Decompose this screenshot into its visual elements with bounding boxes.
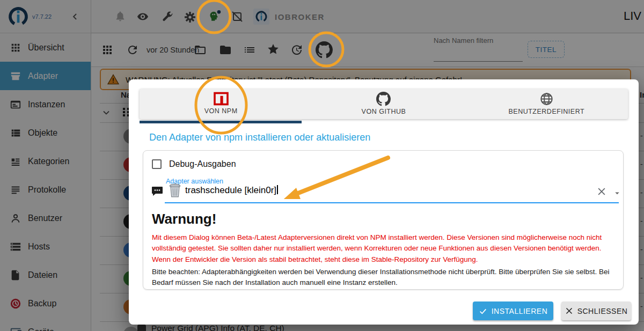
iobroker-admin-screen: v7.7.22 Übersicht Adapter Instanzen Obje…	[0, 0, 644, 331]
install-button-label: INSTALLIEREN	[492, 307, 548, 315]
adapter-select-input[interactable]: trashschedule [klein0r]	[185, 185, 278, 196]
comment-bubble-icon	[151, 185, 164, 198]
tab-label: BENUTZERDEFINIERT	[509, 108, 585, 115]
close-button[interactable]: SCHLIESSEN	[561, 301, 631, 320]
tab-label: VON GITHUB	[362, 108, 406, 115]
dialog-warning-title: Warnung!	[152, 211, 216, 227]
github-icon	[376, 92, 391, 106]
tab-von-npm[interactable]: VON NPM	[140, 89, 302, 119]
npm-install-form: Debug-Ausgaben Adapter auswählen trashsc…	[143, 150, 624, 290]
check-icon	[479, 307, 487, 315]
debug-output-label: Debug-Ausgaben	[169, 159, 236, 169]
install-button[interactable]: INSTALLIEREN	[473, 301, 553, 320]
adapter-select-value: trashschedule [klein0r]	[185, 185, 276, 195]
trashschedule-adapter-icon	[168, 183, 182, 198]
adapter-input-underline	[165, 202, 619, 203]
debug-output-checkbox[interactable]	[152, 159, 162, 169]
close-button-label: SCHLIESSEN	[577, 307, 628, 315]
install-source-tabs: VON NPM VON GITHUB BENUTZERDEFINIERT	[140, 89, 628, 119]
dropdown-arrow-icon[interactable]	[612, 188, 622, 198]
npm-icon	[213, 92, 229, 106]
dialog-warning-text: Mit diesem Dialog können Beta-/Latest Ad…	[152, 232, 616, 265]
text-cursor	[277, 185, 278, 194]
tab-benutzerdefiniert[interactable]: BENUTZERDEFINIERT	[465, 89, 628, 119]
clear-selection-icon[interactable]	[596, 186, 607, 197]
active-tab-indicator	[140, 121, 302, 123]
tab-von-github[interactable]: VON GITHUB	[302, 89, 465, 119]
globe-icon	[539, 92, 554, 106]
close-x-icon	[565, 307, 573, 315]
tab-label: VON NPM	[204, 107, 238, 115]
dialog-note-text: Bitte beachten: Adapterabhängigkeiten we…	[152, 267, 616, 289]
install-adapter-dialog: VON NPM VON GITHUB BENUTZERDEFINIERT Den…	[129, 79, 639, 325]
dialog-headline: Den Adapter von npm installieren oder ak…	[149, 132, 370, 143]
